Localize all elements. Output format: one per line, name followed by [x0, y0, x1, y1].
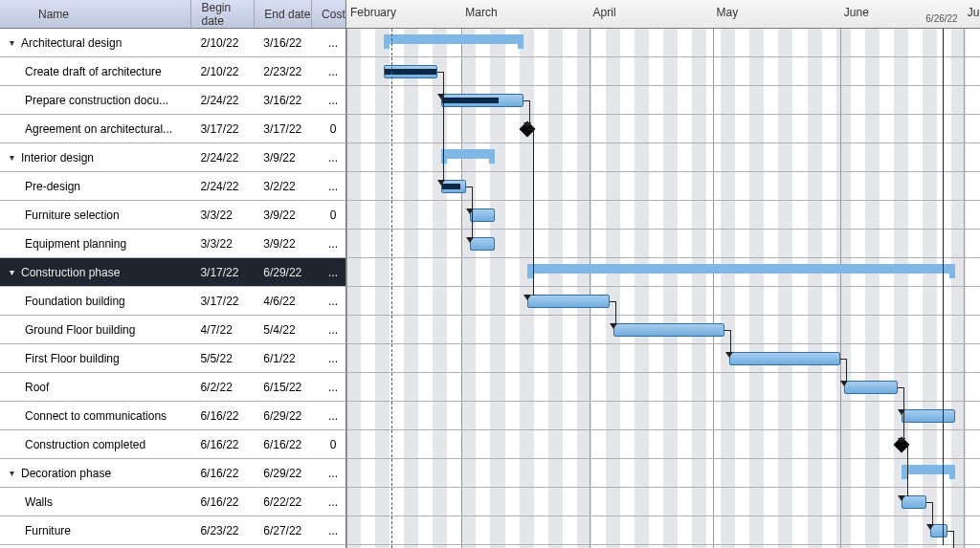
- task-cost: ...: [311, 352, 345, 365]
- task-begin: 6/16/22: [190, 438, 254, 451]
- col-name[interactable]: Name: [0, 0, 190, 28]
- task-end: 3/17/22: [254, 122, 311, 136]
- gantt-summary-bar[interactable]: [527, 264, 955, 274]
- task-name: Decoration phase: [21, 467, 111, 480]
- task-name: Create draft of architecture: [25, 65, 162, 78]
- task-end: 6/1/22: [254, 352, 311, 365]
- task-end: 3/2/22: [254, 180, 311, 193]
- chevron-down-icon[interactable]: ▾: [6, 267, 17, 278]
- task-cost: ...: [311, 266, 345, 279]
- table-row[interactable]: ▾Architectural design2/10/223/16/22...: [0, 29, 345, 57]
- task-cost: ...: [311, 237, 345, 251]
- task-begin: 6/2/22: [190, 381, 254, 394]
- table-row[interactable]: Prepare construction docu...2/24/223/16/…: [0, 86, 345, 115]
- task-cost: ...: [311, 524, 345, 537]
- table-row[interactable]: Connect to communications6/16/226/29/22.…: [0, 402, 345, 430]
- task-end: 6/29/22: [254, 467, 311, 480]
- task-begin: 5/5/22: [190, 352, 254, 365]
- task-name: Interior design: [21, 151, 94, 164]
- chevron-down-icon[interactable]: ▾: [6, 37, 17, 49]
- table-row[interactable]: ▾Construction phase3/17/226/29/22...: [0, 258, 345, 287]
- table-header: Name Begin date End date Cost: [0, 0, 345, 29]
- table-row[interactable]: First Floor building5/5/226/1/22...: [0, 344, 345, 373]
- timeline-header: FebruaryMarchAprilMayJuneJuly6/26/22: [346, 0, 980, 29]
- task-name: Equipment planning: [25, 237, 126, 251]
- table-row[interactable]: Ground Floor building4/7/225/4/22...: [0, 316, 345, 344]
- task-cost: ...: [311, 36, 345, 50]
- table-row[interactable]: Furniture selection3/3/223/9/220: [0, 201, 345, 230]
- task-begin: 3/17/22: [190, 266, 254, 279]
- table-row[interactable]: Equipment planning3/3/223/9/22...: [0, 230, 345, 258]
- task-end: 6/29/22: [254, 266, 311, 279]
- col-end[interactable]: End date: [254, 0, 311, 28]
- task-end: 6/22/22: [254, 495, 311, 509]
- task-cost: ...: [311, 151, 345, 164]
- task-end: 6/16/22: [254, 438, 311, 451]
- gantt-task-bar[interactable]: [729, 352, 840, 365]
- table-row[interactable]: Create draft of architecture2/10/222/23/…: [0, 57, 345, 86]
- table-row[interactable]: Construction completed6/16/226/16/220: [0, 430, 345, 459]
- task-begin: 2/24/22: [190, 151, 254, 164]
- task-cost: 0: [311, 122, 345, 136]
- gantt-task-bar[interactable]: [613, 323, 724, 337]
- gantt-summary-bar[interactable]: [441, 149, 495, 159]
- task-cost: ...: [311, 409, 345, 423]
- task-name: Construction completed: [25, 438, 145, 451]
- table-row[interactable]: ▾Interior design2/24/223/9/22...: [0, 143, 345, 172]
- task-end: 3/9/22: [254, 208, 311, 222]
- task-name: Construction phase: [21, 266, 120, 279]
- task-name: Prepare construction docu...: [25, 94, 168, 107]
- col-begin[interactable]: Begin date: [190, 0, 254, 28]
- today-line: [391, 29, 392, 548]
- task-name: Agreement on architectural...: [25, 122, 172, 136]
- month-label: May: [717, 6, 739, 19]
- table-row[interactable]: Furniture6/23/226/27/22...: [0, 516, 345, 545]
- gantt-summary-bar[interactable]: [902, 465, 955, 474]
- task-begin: 6/23/22: [190, 524, 254, 537]
- table-row[interactable]: Roof6/2/226/15/22...: [0, 373, 345, 402]
- task-name: Connect to communications: [25, 409, 167, 423]
- table-row[interactable]: Foundation building3/17/224/6/22...: [0, 287, 345, 316]
- chevron-down-icon[interactable]: ▾: [6, 468, 17, 479]
- task-end: 2/23/22: [254, 65, 311, 78]
- task-cost: ...: [311, 495, 345, 509]
- gantt-task-bar[interactable]: [844, 381, 898, 394]
- task-name: Ground Floor building: [25, 323, 135, 337]
- task-begin: 3/17/22: [190, 122, 254, 136]
- task-begin: 2/24/22: [190, 180, 254, 193]
- task-name: Pre-design: [25, 180, 80, 193]
- table-row[interactable]: Pre-design2/24/223/2/22...: [0, 172, 345, 201]
- task-begin: 2/10/22: [190, 65, 254, 78]
- task-end: 3/9/22: [254, 237, 311, 251]
- task-end: 6/29/22: [254, 409, 311, 423]
- task-cost: 0: [311, 208, 345, 222]
- month-label: June: [844, 6, 869, 19]
- task-begin: 2/24/22: [190, 94, 254, 107]
- task-begin: 2/10/22: [190, 36, 254, 50]
- chevron-down-icon[interactable]: ▾: [6, 152, 17, 164]
- table-row[interactable]: Walls6/16/226/22/22...: [0, 488, 345, 516]
- task-cost: ...: [311, 180, 345, 193]
- task-cost: ...: [311, 65, 345, 78]
- task-end: 3/16/22: [254, 94, 311, 107]
- table-row[interactable]: ▾Decoration phase6/16/226/29/22...: [0, 459, 345, 488]
- gantt-task-bar[interactable]: [902, 409, 955, 423]
- task-cost: 0: [311, 438, 345, 451]
- task-name: Architectural design: [21, 36, 122, 50]
- month-label: July: [968, 6, 980, 19]
- gantt-task-bar[interactable]: [527, 295, 610, 308]
- table-row[interactable]: Agreement on architectural...3/17/223/17…: [0, 115, 345, 143]
- task-begin: 4/7/22: [190, 323, 254, 337]
- gantt-summary-bar[interactable]: [384, 34, 523, 44]
- task-end: 3/9/22: [254, 151, 311, 164]
- gantt-task-bar[interactable]: [441, 94, 523, 107]
- task-name: Roof: [25, 381, 49, 394]
- task-table: Name Begin date End date Cost ▾Architect…: [0, 0, 346, 548]
- task-cost: ...: [311, 94, 345, 107]
- task-end: 4/6/22: [254, 295, 311, 308]
- task-cost: ...: [311, 381, 345, 394]
- gantt-chart[interactable]: FebruaryMarchAprilMayJuneJuly6/26/22: [346, 0, 980, 548]
- task-begin: 3/3/22: [190, 208, 254, 222]
- task-begin: 6/16/22: [190, 467, 254, 480]
- col-cost[interactable]: Cost: [311, 0, 345, 28]
